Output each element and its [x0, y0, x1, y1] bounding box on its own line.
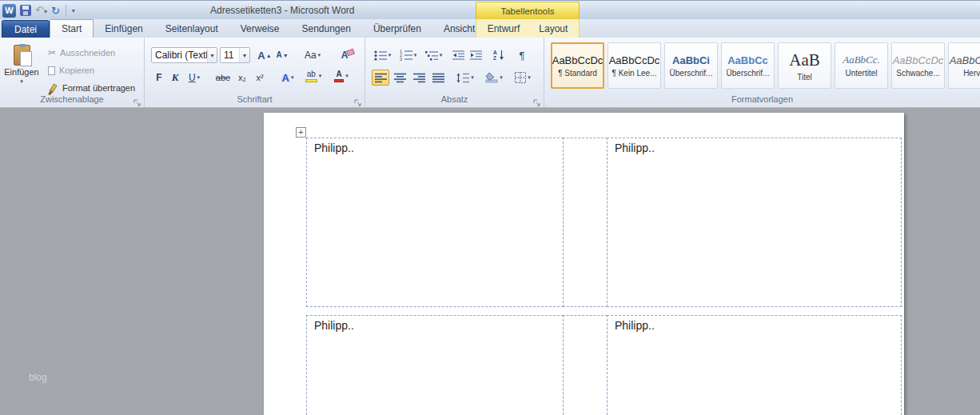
font-name-dropdown-icon[interactable]: ▼: [207, 48, 217, 62]
underline-button[interactable]: U▾: [184, 70, 205, 86]
clipboard-dialog-launcher[interactable]: [133, 96, 141, 105]
italic-label: K: [172, 71, 179, 84]
decrease-indent-button[interactable]: [450, 47, 466, 63]
document-area[interactable]: blog + Philipp.. Philipp.. Philipp.. Phi…: [0, 108, 980, 415]
show-formatting-marks-button[interactable]: ¶: [514, 47, 530, 63]
align-right-button[interactable]: [410, 70, 428, 86]
subscript-button[interactable]: x₂: [234, 70, 250, 86]
save-icon[interactable]: [20, 5, 31, 16]
style-hervorhebung[interactable]: AaBbCcDc Herv...: [948, 42, 980, 89]
bold-label: F: [156, 72, 161, 83]
style-kein-leerraum[interactable]: AaBbCcDc ¶ Kein Lee...: [608, 42, 661, 89]
customize-qat-icon[interactable]: ▾: [72, 7, 75, 14]
contextual-group-label: Tabellentools: [500, 6, 554, 16]
font-dialog-launcher[interactable]: [353, 96, 362, 105]
style-name: Herv...: [963, 69, 980, 78]
align-right-icon: [413, 73, 425, 83]
title-bar: W ↶▾ ↻ ▾ Adressetiketten3 - Microsoft Wo…: [0, 0, 980, 19]
cell-text: Philipp..: [615, 142, 901, 154]
font-size-dropdown-icon[interactable]: ▼: [239, 48, 249, 62]
tab-datei[interactable]: Datei: [2, 20, 50, 38]
cut-button[interactable]: ✂ Ausschneiden: [46, 45, 118, 61]
sort-button[interactable]: AZ: [490, 47, 508, 63]
document-page[interactable]: + Philipp.. Philipp.. Philipp.. Philipp.…: [264, 113, 904, 415]
ribbon: Einfügen ▾ ✂ Ausschneiden Kopieren Forma…: [0, 38, 980, 108]
label-cell-1[interactable]: Philipp..: [306, 138, 564, 307]
borders-button[interactable]: ▾: [511, 70, 535, 86]
superscript-button[interactable]: x²: [252, 70, 268, 86]
increase-indent-button[interactable]: [468, 47, 484, 63]
style-preview: AaBbCcDc: [609, 54, 660, 66]
style-preview: AaBbCcDc: [950, 54, 980, 66]
change-case-button[interactable]: Aa▾: [301, 47, 324, 63]
clipboard-group-label: Zwischenablage: [0, 94, 144, 106]
redo-icon[interactable]: ↻: [51, 4, 60, 18]
strikethrough-button[interactable]: abe: [213, 70, 233, 86]
shrink-font-label: A: [276, 51, 281, 59]
svg-text:3: 3: [400, 57, 402, 61]
paragraph-dialog-launcher[interactable]: [532, 96, 541, 105]
quick-access-toolbar: W ↶▾ ↻ ▾: [2, 2, 75, 18]
shading-icon: [485, 72, 498, 83]
style-standard[interactable]: AaBbCcDc ¶ Standard: [551, 42, 604, 89]
label-cell-2[interactable]: Philipp..: [607, 138, 902, 307]
table-move-handle[interactable]: +: [296, 127, 306, 138]
style-ueberschrift-1[interactable]: AaBbCi Überschrif...: [664, 42, 718, 89]
format-painter-icon: [49, 83, 57, 93]
align-left-icon: [375, 73, 387, 83]
text-effects-button[interactable]: A▾: [277, 70, 298, 86]
tab-ueberpruefen[interactable]: Überprüfen: [362, 20, 432, 38]
spacer-cell-row1[interactable]: [563, 138, 608, 307]
change-case-label: Aa: [305, 50, 317, 61]
font-name-combo[interactable]: Calibri (Textk ▼: [151, 47, 217, 63]
font-color-button[interactable]: A▾: [330, 68, 353, 84]
multilevel-list-button[interactable]: ▾: [423, 47, 444, 63]
highlight-color-button[interactable]: ab▾: [301, 68, 325, 84]
tab-entwurf[interactable]: Entwurf: [478, 20, 530, 38]
line-spacing-button[interactable]: ▾: [453, 70, 477, 86]
align-left-button[interactable]: [372, 70, 389, 86]
borders-icon: [515, 72, 526, 83]
tab-seitenlayout[interactable]: Seitenlayout: [154, 20, 229, 38]
style-name: ¶ Kein Lee...: [612, 69, 657, 78]
style-schwache-hervorhebung[interactable]: AaBbCcDc Schwache...: [891, 42, 945, 89]
word-app-icon[interactable]: W: [2, 4, 16, 18]
strikethrough-label: abe: [216, 73, 230, 82]
grow-font-label: A: [257, 50, 265, 61]
label-cell-3[interactable]: Philipp..: [306, 315, 564, 415]
cell-text: Philipp..: [314, 319, 563, 332]
watermark-text: blog: [29, 372, 47, 383]
bold-button[interactable]: F: [152, 70, 166, 86]
tab-einfuegen[interactable]: Einfügen: [94, 20, 153, 38]
paste-button[interactable]: Einfügen ▾: [3, 41, 40, 94]
undo-icon[interactable]: ↶▾: [35, 3, 47, 18]
paste-dropdown-icon[interactable]: ▾: [20, 78, 23, 85]
svg-text:Z: Z: [493, 55, 496, 61]
group-styles: AaBbCcDc ¶ Standard AaBbCcDc ¶ Kein Lee.…: [544, 38, 980, 107]
align-center-button[interactable]: [391, 70, 408, 86]
tab-layout[interactable]: Layout: [529, 20, 577, 38]
highlight-color-bar: [305, 79, 317, 82]
copy-button[interactable]: Kopieren: [46, 62, 97, 78]
format-painter-label: Format übertragen: [62, 83, 135, 93]
shrink-font-button[interactable]: A▼: [274, 47, 290, 63]
shading-button[interactable]: ▾: [482, 70, 506, 86]
grow-font-button[interactable]: A▲: [257, 47, 273, 63]
tab-start[interactable]: Start: [50, 19, 94, 38]
bullets-button[interactable]: ▾: [372, 47, 393, 63]
font-size-combo[interactable]: 11 ▼: [220, 47, 250, 63]
style-titel[interactable]: AaB Titel: [778, 42, 831, 89]
label-cell-4[interactable]: Philipp..: [607, 315, 902, 415]
numbering-button[interactable]: 123▾: [397, 47, 419, 63]
style-ueberschrift-2[interactable]: AaBbCc Überschrif...: [721, 42, 775, 89]
italic-button[interactable]: K: [168, 70, 182, 86]
style-untertitel[interactable]: AaBbCc. Untertitel: [835, 42, 888, 89]
clear-formatting-button[interactable]: A: [335, 47, 354, 63]
style-preview: AaBbCcDc: [552, 54, 604, 66]
justify-button[interactable]: [429, 70, 447, 86]
style-name: Schwache...: [896, 69, 939, 78]
tab-verweise[interactable]: Verweise: [229, 20, 291, 38]
tab-sendungen[interactable]: Sendungen: [290, 20, 361, 38]
format-painter-button[interactable]: Format übertragen: [46, 80, 137, 96]
spacer-cell-row2[interactable]: [563, 315, 608, 415]
